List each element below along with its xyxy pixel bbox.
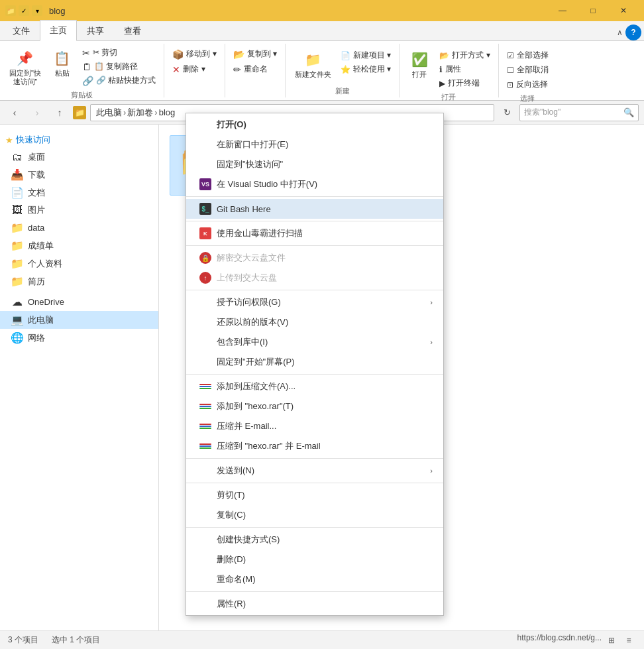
- path-sep-2: ›: [154, 107, 157, 117]
- tab-view[interactable]: 查看: [114, 21, 151, 41]
- ctx-archive-email-rar-label: 压缩到 "hexo.rar" 并 E-mail: [217, 440, 321, 452]
- pin-quick-access-button[interactable]: 📌 固定到"快速访问": [5, 46, 45, 88]
- open-buttons: ✅ 打开 📂 打开方式 ▾ ℹ 属性 ▶ 打开终端: [405, 44, 492, 92]
- open-with-icon: 📂: [439, 51, 449, 60]
- delete-button[interactable]: ✕ 删除 ▾: [170, 63, 219, 76]
- ctx-send-to[interactable]: 发送到(N) ›: [186, 461, 443, 481]
- ctx-jinshan-scan[interactable]: K 使用金山毒霸进行扫描: [186, 223, 443, 243]
- easy-access-button[interactable]: ⭐ 轻松使用 ▾: [338, 63, 394, 76]
- quick-access-header[interactable]: ★ 快速访问: [0, 130, 158, 148]
- ctx-sep-9: [186, 591, 443, 592]
- new-folder-button[interactable]: 📁 新建文件夹: [291, 46, 335, 80]
- ctx-delete[interactable]: 删除(D): [186, 550, 443, 569]
- open-with-button[interactable]: 📂 打开方式 ▾: [437, 49, 492, 62]
- quick-access-items: 🗂 桌面 📥 下载 📄 文档 🖼 图片 📁 data 📁 成绩单: [0, 148, 158, 290]
- sidebar-item-grades[interactable]: 📁 成绩单: [0, 237, 158, 255]
- sidebar-item-thispc[interactable]: 💻 此电脑: [0, 311, 158, 329]
- ctx-git-bash[interactable]: $_ Git Bash Here: [186, 199, 443, 219]
- new-item-button[interactable]: 📄 新建项目 ▾: [338, 49, 394, 62]
- network-icon: 🌐: [11, 331, 24, 344]
- ctx-copy[interactable]: 复制(C): [186, 505, 443, 525]
- data-label: data: [28, 223, 44, 233]
- ctx-add-archive[interactable]: 添加到压缩文件(A)...: [186, 377, 443, 396]
- grades-icon: 📁: [11, 239, 24, 252]
- open-button-large[interactable]: ✅ 打开: [405, 46, 434, 80]
- sidebar-item-network[interactable]: 🌐 网络: [0, 329, 158, 347]
- properties-small-button[interactable]: ℹ 属性: [437, 63, 492, 76]
- cut-button[interactable]: ✂ ✂ 剪切: [80, 46, 158, 59]
- sidebar-item-pictures[interactable]: 🖼 图片: [0, 202, 158, 219]
- ctx-include[interactable]: 包含到库中(I) ›: [186, 332, 443, 352]
- minimize-button[interactable]: —: [547, 0, 578, 21]
- ctx-pin-start-icon: [199, 356, 211, 368]
- view-list-icon[interactable]: ≡: [621, 633, 636, 648]
- ctx-archive-email-icon: [199, 420, 211, 432]
- ctx-restore-icon: [199, 316, 211, 328]
- ctx-git-icon: $_: [199, 203, 211, 215]
- organize-column: 📦 移动到 ▾ ✕ 删除 ▾: [170, 46, 219, 76]
- star-icon: ★: [5, 135, 13, 145]
- view-large-icon[interactable]: ⊞: [604, 633, 619, 648]
- open-terminal-button[interactable]: ▶ 打开终端: [437, 77, 492, 89]
- documents-icon: 📄: [11, 186, 24, 199]
- copy-path-button[interactable]: 🗒 📋 复制路径: [80, 60, 158, 73]
- maximize-button[interactable]: □: [578, 0, 608, 21]
- ctx-archive-email-label: 压缩并 E-mail...: [217, 420, 276, 432]
- new-item-label: 新建项目 ▾: [353, 50, 391, 61]
- ctx-archive-email[interactable]: 压缩并 E-mail...: [186, 416, 443, 436]
- ctx-sep-4: [186, 290, 443, 290]
- ctx-restore[interactable]: 还原以前的版本(V): [186, 312, 443, 332]
- open-label: 打开: [412, 70, 427, 79]
- ribbon-collapse-icon[interactable]: ∧: [617, 28, 623, 37]
- sidebar: ★ 快速访问 🗂 桌面 📥 下载 📄 文档 🖼 图片 📁 data: [0, 125, 159, 630]
- tab-share[interactable]: 共享: [77, 21, 114, 41]
- sidebar-item-profile[interactable]: 📁 个人资料: [0, 255, 158, 272]
- ctx-pin-quick[interactable]: 固定到"快速访问": [186, 154, 443, 174]
- back-button[interactable]: ‹: [5, 103, 24, 122]
- invert-selection-button[interactable]: ⊡ 反向选择: [504, 78, 551, 91]
- refresh-button[interactable]: ↻: [498, 104, 515, 121]
- help-button[interactable]: ?: [625, 25, 641, 40]
- sidebar-item-resume[interactable]: 📁 简历: [0, 272, 158, 290]
- sidebar-item-documents[interactable]: 📄 文档: [0, 184, 158, 202]
- ctx-open-new-window[interactable]: 在新窗口中打开(E): [186, 135, 443, 154]
- ctx-create-shortcut[interactable]: 创建快捷方式(S): [186, 530, 443, 550]
- sidebar-item-data[interactable]: 📁 data: [0, 219, 158, 237]
- ctx-pin-start[interactable]: 固定到"开始"屏幕(P): [186, 352, 443, 372]
- new-group-label: 新建: [335, 86, 350, 97]
- ctx-open-vs[interactable]: VS 在 Visual Studio 中打开(V): [186, 174, 443, 194]
- tab-home[interactable]: 主页: [40, 20, 77, 41]
- ctx-cut-label: 剪切(T): [217, 489, 245, 501]
- ctx-rename[interactable]: 重命名(M): [186, 569, 443, 589]
- ctx-properties[interactable]: 属性(R): [186, 594, 443, 614]
- paste-button[interactable]: 📋 粘贴: [48, 46, 77, 79]
- select-all-button[interactable]: ☑ 全部选择: [504, 49, 551, 62]
- rename-button[interactable]: ✏ 重命名: [231, 63, 280, 76]
- tab-file[interactable]: 文件: [3, 21, 40, 41]
- sidebar-item-desktop[interactable]: 🗂 桌面: [0, 148, 158, 166]
- forward-button[interactable]: ›: [28, 103, 46, 122]
- sidebar-item-downloads[interactable]: 📥 下载: [0, 166, 158, 184]
- delete-label: 删除 ▾: [183, 64, 205, 75]
- terminal-label: 打开终端: [448, 78, 480, 89]
- downloads-icon: 📥: [11, 168, 24, 181]
- ctx-open-label: 打开(O): [217, 119, 246, 131]
- ctx-sep-7: [186, 483, 443, 483]
- ctx-archive-email-rar[interactable]: 压缩到 "hexo.rar" 并 E-mail: [186, 436, 443, 456]
- ctx-cut[interactable]: 剪切(T): [186, 485, 443, 505]
- ctx-grant-access[interactable]: 授予访问权限(G) ›: [186, 292, 443, 312]
- copy-to-button[interactable]: 📂 复制到 ▾: [231, 48, 280, 60]
- sidebar-item-onedrive[interactable]: ☁ OneDrive: [0, 293, 158, 311]
- select-all-label: 全部选择: [517, 50, 549, 61]
- ctx-upload: ↑ 上传到交大云盘: [186, 268, 443, 288]
- close-button[interactable]: ✕: [608, 0, 639, 21]
- copy-path-icon: 🗒: [82, 62, 91, 72]
- ctx-add-rar[interactable]: 添加到 "hexo.rar"(T): [186, 396, 443, 416]
- ctx-open[interactable]: 打开(O): [186, 115, 443, 135]
- paste-shortcut-button[interactable]: 🔗 🔗 粘贴快捷方式: [80, 74, 158, 87]
- up-button[interactable]: ↑: [50, 103, 69, 122]
- search-icon[interactable]: 🔍: [623, 107, 634, 117]
- move-to-button[interactable]: 📦 移动到 ▾: [170, 48, 219, 60]
- search-box[interactable]: 搜索"blog" 🔍: [519, 104, 639, 121]
- deselect-all-button[interactable]: ☐ 全部取消: [504, 64, 551, 76]
